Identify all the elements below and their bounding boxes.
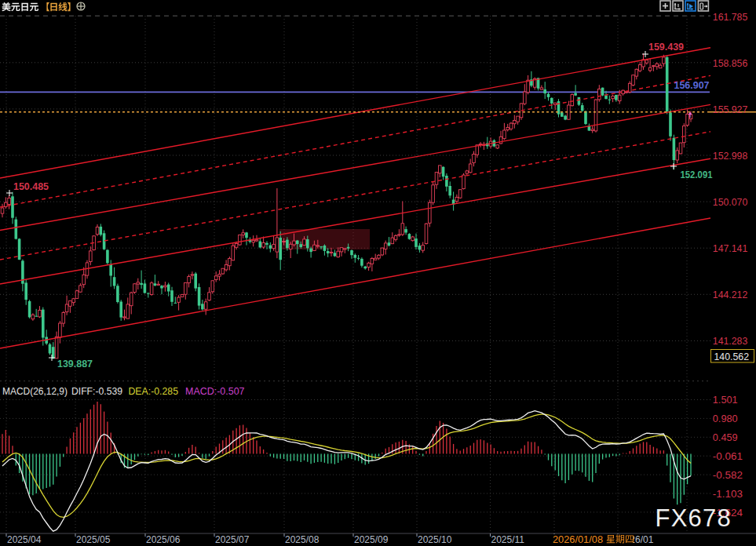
svg-text:2025/11: 2025/11 bbox=[491, 534, 525, 545]
svg-text:0.980: 0.980 bbox=[713, 413, 738, 424]
svg-text:2025/06: 2025/06 bbox=[146, 534, 181, 545]
svg-text:DIFF:-0.539: DIFF:-0.539 bbox=[71, 385, 122, 397]
svg-text:155.927: 155.927 bbox=[713, 104, 748, 115]
svg-text:MACD(26,12,9): MACD(26,12,9) bbox=[2, 385, 68, 397]
svg-text:2025/07: 2025/07 bbox=[215, 534, 250, 545]
svg-text:2026/01/08: 2026/01/08 bbox=[553, 534, 603, 545]
svg-text:FX678: FX678 bbox=[656, 504, 732, 532]
svg-text:2025/09: 2025/09 bbox=[354, 534, 389, 545]
svg-text:2025/10: 2025/10 bbox=[418, 534, 452, 545]
svg-text:150.070: 150.070 bbox=[713, 196, 748, 208]
svg-text:152.998: 152.998 bbox=[713, 150, 748, 162]
svg-text:0.459: 0.459 bbox=[713, 431, 738, 443]
svg-text:-0.582: -0.582 bbox=[713, 469, 743, 481]
svg-text:144.212: 144.212 bbox=[713, 289, 748, 300]
svg-text:-1.103: -1.103 bbox=[713, 488, 743, 500]
svg-text:158.856: 158.856 bbox=[713, 57, 748, 69]
svg-text:DEA:-0.285: DEA:-0.285 bbox=[129, 385, 179, 397]
svg-text:147.141: 147.141 bbox=[713, 242, 748, 254]
svg-text:141.283: 141.283 bbox=[713, 335, 748, 347]
svg-text:139.887: 139.887 bbox=[57, 358, 93, 369]
svg-text:MACD:-0.507: MACD:-0.507 bbox=[185, 385, 245, 397]
svg-text:2025/05: 2025/05 bbox=[76, 534, 111, 545]
svg-text:2025/04: 2025/04 bbox=[7, 534, 42, 545]
svg-text:-0.061: -0.061 bbox=[713, 450, 743, 462]
svg-text:161.785: 161.785 bbox=[713, 11, 748, 23]
svg-text:2025/08: 2025/08 bbox=[285, 534, 320, 545]
svg-text:1.501: 1.501 bbox=[713, 394, 738, 406]
svg-text:140.562: 140.562 bbox=[714, 351, 750, 362]
svg-text:150.485: 150.485 bbox=[13, 180, 49, 192]
svg-text:152.091: 152.091 bbox=[681, 169, 713, 180]
svg-text:156.907: 156.907 bbox=[674, 79, 710, 91]
svg-text:159.439: 159.439 bbox=[648, 41, 684, 53]
